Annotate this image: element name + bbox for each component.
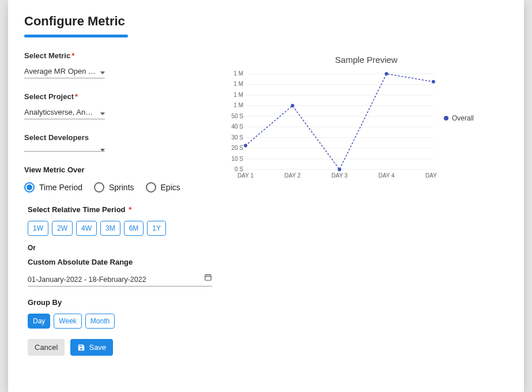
svg-text:DAY 3: DAY 3 [331, 172, 348, 179]
save-button-label: Save [89, 343, 106, 352]
radio-icon [24, 182, 35, 193]
svg-text:DAY 5: DAY 5 [425, 172, 438, 179]
legend-label: Overall [452, 114, 474, 122]
radio-label: Epics [161, 183, 180, 192]
svg-text:1 M: 1 M [233, 81, 243, 87]
radio-icon [94, 182, 104, 193]
radio-epics[interactable]: Epics [146, 182, 180, 193]
svg-text:30 S: 30 S [231, 134, 243, 141]
svg-text:10 S: 10 S [231, 156, 243, 162]
svg-text:1 M: 1 M [233, 102, 243, 108]
page-title: Configure Metric [24, 14, 508, 29]
chip-3m[interactable]: 3M [100, 221, 120, 236]
svg-rect-0 [205, 275, 212, 280]
chart-title: Sample Preview [225, 55, 508, 65]
relative-period-options: 1W 2W 4W 3M 6M 1Y [28, 221, 209, 236]
svg-text:50 S: 50 S [231, 113, 243, 119]
select-developers-dropdown[interactable] [24, 146, 105, 152]
radio-label: Sprints [109, 183, 134, 192]
chip-6m[interactable]: 6M [124, 221, 144, 236]
chip-2w[interactable]: 2W [52, 221, 73, 236]
view-metric-over-label: View Metric Over [24, 165, 209, 174]
custom-date-range-input[interactable]: 01-January-2022 - 18-February-2022 [28, 273, 212, 287]
chip-day[interactable]: Day [28, 314, 50, 329]
select-project-label: Select Project* [24, 92, 209, 101]
select-metric-label: Select Metric* [24, 51, 209, 60]
svg-point-30 [291, 104, 295, 107]
chip-week[interactable]: Week [54, 314, 81, 329]
date-range-value: 01-January-2022 - 18-February-2022 [28, 276, 146, 284]
calendar-icon [204, 273, 212, 283]
or-divider: Or [28, 244, 209, 252]
cancel-button[interactable]: Cancel [28, 339, 65, 356]
svg-text:DAY 2: DAY 2 [285, 172, 301, 179]
form-column: Select Metric* Average MR Open Time Sele… [24, 51, 209, 356]
save-button[interactable]: Save [70, 339, 113, 356]
configure-metric-modal: Configure Metric Select Metric* Average … [8, 0, 524, 392]
svg-text:1 M: 1 M [233, 92, 243, 98]
svg-text:DAY 4: DAY 4 [379, 172, 395, 179]
legend-dot-icon [444, 116, 448, 120]
svg-point-31 [338, 168, 341, 171]
chart-legend: Overall [444, 114, 474, 122]
chip-month[interactable]: Month [85, 314, 115, 329]
chip-4w[interactable]: 4W [76, 221, 97, 236]
preview-column: Sample Preview 0 S10 S20 S30 S40 S50 S1 … [225, 51, 508, 356]
save-icon [77, 344, 85, 352]
svg-text:40 S: 40 S [231, 123, 243, 130]
svg-text:20 S: 20 S [231, 145, 243, 151]
group-by-label: Group By [28, 298, 209, 307]
radio-sprints[interactable]: Sprints [94, 182, 134, 193]
title-underline [24, 35, 128, 37]
select-metric-dropdown[interactable]: Average MR Open Time [24, 65, 105, 78]
svg-text:1 M: 1 M [233, 70, 243, 77]
svg-point-33 [432, 80, 435, 84]
sample-preview-chart: 0 S10 S20 S30 S40 S50 S1 M1 M1 M1 MDAY 1… [225, 68, 438, 183]
radio-icon [146, 182, 156, 193]
svg-point-32 [385, 72, 388, 76]
svg-text:0 S: 0 S [235, 166, 243, 172]
radio-label: Time Period [39, 183, 82, 192]
group-by-options: Day Week Month [28, 314, 209, 329]
select-project-dropdown[interactable]: Analyticsverse, Analytic… [24, 105, 105, 119]
chip-1y[interactable]: 1Y [147, 221, 166, 236]
svg-point-29 [244, 144, 247, 148]
view-metric-over-radio-group: Time Period Sprints Epics [24, 182, 209, 193]
radio-time-period[interactable]: Time Period [24, 182, 82, 193]
chip-1w[interactable]: 1W [28, 221, 48, 236]
select-developers-label: Select Developers [24, 133, 209, 142]
custom-range-label: Custom Absolute Date Range [28, 258, 209, 266]
svg-text:DAY 1: DAY 1 [237, 172, 254, 179]
relative-period-label: Select Relative Time Period * [28, 205, 209, 214]
